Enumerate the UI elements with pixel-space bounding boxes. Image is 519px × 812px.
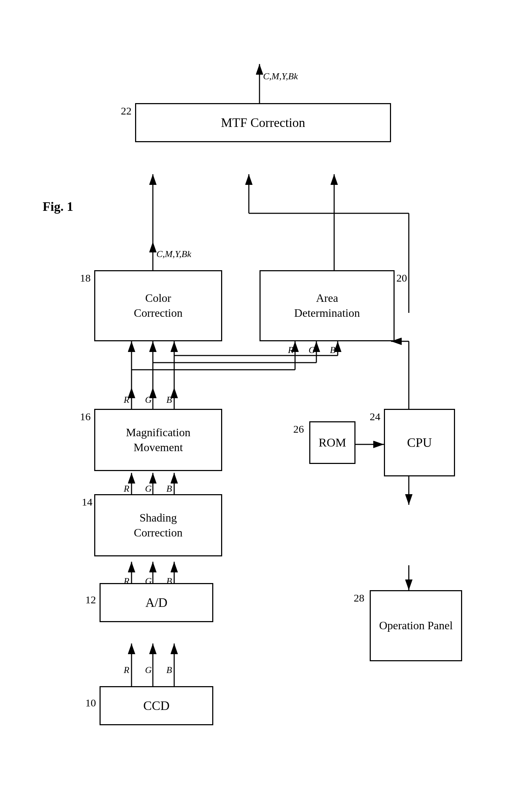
ad-block: A/D [100, 583, 213, 622]
figure-label: Fig. 1 [43, 199, 73, 214]
shading-block: Shading Correction [94, 494, 222, 556]
cmybk-color-correction: C,M,Y,Bk [156, 249, 191, 260]
rgb-ccd-b: B [166, 665, 172, 675]
rgb-mag-b: B [166, 395, 172, 405]
operation-panel-number: 28 [354, 592, 364, 604]
mtf-number: 22 [121, 105, 132, 117]
rgb-area-b: B [330, 345, 336, 356]
shading-number: 14 [82, 496, 92, 508]
ccd-number: 10 [85, 697, 96, 709]
rgb-area-g: G [309, 345, 315, 356]
magnification-block: Magnification Movement [94, 409, 222, 471]
ad-number: 12 [85, 594, 96, 606]
rgb-ad-g: G [145, 576, 152, 587]
diagram: Fig. 1 [0, 0, 519, 812]
rgb-ad-r: R [124, 576, 129, 587]
rgb-ccd-r: R [124, 665, 129, 675]
mtf-block: MTF Correction [135, 103, 391, 142]
cmybk-mtf: C,M,Y,Bk [263, 71, 298, 82]
rgb-ad-b: B [166, 576, 172, 587]
rom-block: ROM [309, 421, 355, 464]
rgb-shading-r: R [124, 484, 129, 494]
operation-panel-block: Operation Panel [370, 590, 462, 661]
area-determination-block: Area Determination [260, 270, 395, 341]
magnification-number: 16 [80, 411, 91, 423]
rgb-shading-g: G [145, 484, 152, 494]
color-correction-number: 18 [80, 272, 91, 284]
area-determination-number: 20 [396, 272, 407, 284]
ccd-block: CCD [100, 686, 213, 725]
rgb-ccd-g: G [145, 665, 152, 675]
color-correction-block: Color Correction [94, 270, 222, 341]
rgb-mag-r: R [124, 395, 129, 405]
rgb-area-r: R [288, 345, 294, 356]
cpu-number: 24 [370, 411, 380, 423]
rom-number: 26 [293, 423, 304, 435]
rgb-shading-b: B [166, 484, 172, 494]
rgb-mag-g: G [145, 395, 152, 405]
cpu-block: CPU [384, 409, 455, 476]
